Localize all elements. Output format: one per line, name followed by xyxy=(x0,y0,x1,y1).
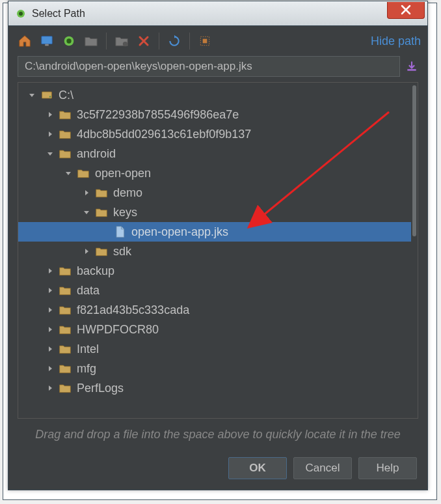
tree-row[interactable]: 4dbc8b5dd029613c61ebf0f9b137 xyxy=(18,124,411,144)
collapse-icon[interactable] xyxy=(44,148,56,160)
tree-row[interactable]: f821ad43b5c333cada xyxy=(18,300,411,320)
tree-label: f821ad43b5c333cada xyxy=(77,303,189,317)
tree-row[interactable]: HWPDFOCR80 xyxy=(18,320,411,339)
tree-label: PerfLogs xyxy=(77,382,124,395)
button-row: OK Cancel Help xyxy=(8,451,427,490)
tree-label: Intel xyxy=(77,343,99,356)
tree-label: demo xyxy=(113,186,142,200)
expand-icon[interactable] xyxy=(81,245,92,257)
path-row xyxy=(8,56,427,82)
file-tree[interactable]: C:\3c5f722938b7855496f986ea7e4dbc8b5dd02… xyxy=(18,83,411,418)
path-input[interactable] xyxy=(18,56,400,77)
svg-point-1 xyxy=(19,12,23,16)
tree-label: android xyxy=(77,147,116,161)
download-icon[interactable] xyxy=(405,60,418,73)
tree-label: open-open xyxy=(95,167,151,180)
folder-icon xyxy=(59,147,72,160)
expand-icon[interactable] xyxy=(81,187,92,199)
folder-icon xyxy=(59,382,72,395)
tree-label: open-open-app.jks xyxy=(131,225,228,239)
folder-icon xyxy=(59,284,72,297)
tree-label: C:\ xyxy=(59,89,74,102)
tree-row[interactable]: demo xyxy=(18,183,411,203)
tree-row[interactable]: 3c5f722938b7855496f986ea7e xyxy=(18,105,411,124)
window-title: Select Path xyxy=(32,8,387,20)
new-folder-button[interactable] xyxy=(81,31,101,51)
hide-path-link[interactable]: Hide path xyxy=(371,35,421,48)
folder-icon xyxy=(59,128,72,141)
tree-row[interactable]: keys xyxy=(18,203,411,222)
expand-icon[interactable] xyxy=(44,285,56,296)
project-button[interactable] xyxy=(59,31,79,51)
tree-row[interactable]: Intel xyxy=(18,339,411,359)
hint-text: Drag and drop a file into the space abov… xyxy=(8,424,427,451)
disk-icon xyxy=(40,89,53,102)
tree-row[interactable]: PerfLogs xyxy=(18,378,411,398)
expand-icon[interactable] xyxy=(44,304,56,316)
tree-row[interactable]: data xyxy=(18,281,411,300)
tree-row[interactable]: mfg xyxy=(18,359,411,378)
titlebar: Select Path xyxy=(8,1,427,26)
expand-icon[interactable] xyxy=(44,265,56,277)
tree-row[interactable]: sdk xyxy=(18,242,411,261)
tree-label: sdk xyxy=(113,245,131,259)
desktop-button[interactable] xyxy=(37,31,57,51)
cancel-button[interactable]: Cancel xyxy=(293,457,352,479)
ok-button[interactable]: OK xyxy=(228,457,287,479)
svg-rect-8 xyxy=(203,39,207,44)
expand-icon[interactable] xyxy=(44,363,56,374)
expand-icon[interactable] xyxy=(44,109,56,120)
folder-icon xyxy=(77,167,90,180)
tree-row[interactable]: open-open-app.jks xyxy=(18,222,411,242)
toolbar: Hide path xyxy=(8,26,427,56)
folder-icon xyxy=(59,323,72,336)
folder-icon xyxy=(59,303,72,316)
folder-icon xyxy=(95,206,108,219)
tree-row[interactable]: C:\ xyxy=(18,85,411,105)
select-path-dialog: Select Path Hide path xyxy=(8,1,428,490)
new-folder-alt-button[interactable] xyxy=(112,31,131,51)
tree-row[interactable]: backup xyxy=(18,261,411,281)
folder-icon xyxy=(95,186,108,199)
svg-point-11 xyxy=(49,96,51,98)
svg-rect-9 xyxy=(407,69,416,71)
folder-icon xyxy=(95,245,108,258)
close-button[interactable] xyxy=(387,2,425,19)
toolbar-separator xyxy=(106,33,107,49)
tree-label: HWPDFOCR80 xyxy=(77,323,159,337)
tree-label: 4dbc8b5dd029613c61ebf0f9b137 xyxy=(77,128,251,141)
collapse-icon[interactable] xyxy=(26,89,38,101)
delete-button[interactable] xyxy=(134,31,154,51)
scrollbar-thumb[interactable] xyxy=(412,85,416,236)
tree-label: keys xyxy=(113,206,137,219)
expand-icon[interactable] xyxy=(44,324,56,335)
svg-point-6 xyxy=(123,42,127,46)
show-hidden-button[interactable] xyxy=(195,31,215,51)
tree-label: 3c5f722938b7855496f986ea7e xyxy=(77,108,239,122)
tree-row[interactable]: open-open xyxy=(18,163,411,183)
file-tree-wrap: C:\3c5f722938b7855496f986ea7e4dbc8b5dd02… xyxy=(18,82,418,419)
tree-label: backup xyxy=(77,264,114,278)
home-button[interactable] xyxy=(15,31,34,51)
collapse-icon[interactable] xyxy=(81,206,92,218)
toolbar-separator xyxy=(189,33,190,49)
collapse-icon[interactable] xyxy=(62,167,74,179)
expand-icon[interactable] xyxy=(44,128,56,140)
svg-point-5 xyxy=(66,38,71,43)
refresh-button[interactable] xyxy=(165,31,184,51)
android-studio-icon xyxy=(15,8,27,20)
folder-icon xyxy=(59,362,72,375)
folder-icon xyxy=(59,343,72,356)
help-button[interactable]: Help xyxy=(358,457,417,479)
tree-label: data xyxy=(77,284,100,298)
tree-label: mfg xyxy=(77,362,96,376)
svg-rect-2 xyxy=(42,36,53,44)
svg-rect-3 xyxy=(45,44,49,46)
expand-icon[interactable] xyxy=(44,382,56,394)
folder-icon xyxy=(59,108,72,121)
expand-icon[interactable] xyxy=(44,343,56,355)
file-icon xyxy=(113,225,126,238)
toolbar-separator xyxy=(159,33,159,49)
tree-row[interactable]: android xyxy=(18,144,411,163)
folder-icon xyxy=(59,264,72,277)
